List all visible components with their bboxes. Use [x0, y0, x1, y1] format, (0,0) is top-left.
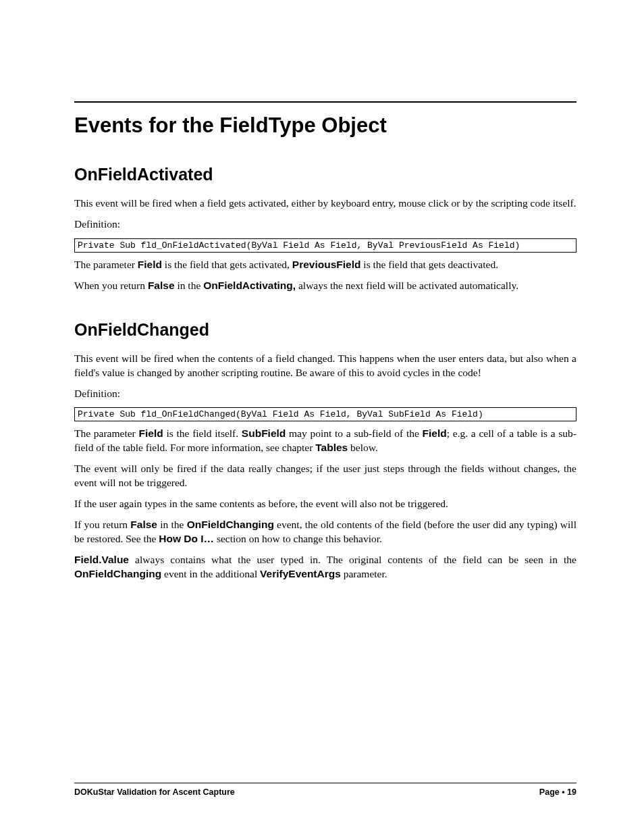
- footer-left: DOKuStar Validation for Ascent Capture: [74, 787, 235, 797]
- s2-paragraph-3: The event will only be fired if the data…: [74, 462, 576, 490]
- text: is the field that gets activated,: [162, 259, 292, 270]
- s1-definition-label: Definition:: [74, 217, 576, 232]
- text: always contains what the user typed in. …: [129, 554, 576, 565]
- text: section on how to change this behavior.: [214, 533, 382, 544]
- bold-false: False: [130, 519, 157, 530]
- page-content: Events for the FieldType Object OnFieldA…: [0, 0, 644, 834]
- bold-subfield: SubField: [242, 427, 286, 439]
- top-rule: [74, 101, 576, 103]
- s2-paragraph-2: The parameter Field is the field itself.…: [74, 427, 576, 455]
- s2-paragraph-5: If you return False in the OnFieldChangi…: [74, 518, 576, 546]
- bold-onfieldactivating: OnFieldActivating,: [203, 280, 296, 291]
- page-footer: DOKuStar Validation for Ascent Capture P…: [74, 783, 576, 797]
- bold-tables: Tables: [315, 442, 348, 453]
- text: event in the additional: [161, 568, 260, 579]
- text: always the next field will be activated …: [296, 280, 518, 291]
- text: in the: [157, 519, 187, 530]
- s2-code-definition: Private Sub fld_OnFieldChanged(ByVal Fie…: [74, 407, 576, 421]
- page-title: Events for the FieldType Object: [74, 113, 576, 138]
- text: may point to a sub-field of the: [286, 427, 422, 439]
- s2-paragraph-4: If the user again types in the same cont…: [74, 497, 576, 511]
- bold-false: False: [148, 280, 175, 291]
- s1-paragraph-2: The parameter Field is the field that ge…: [74, 258, 576, 272]
- bold-verifyeventargs: VerifyEventArgs: [260, 568, 341, 579]
- text: in the: [175, 280, 204, 291]
- text: The parameter: [74, 427, 139, 439]
- bold-onfieldchanging-2: OnFieldChanging: [74, 568, 161, 579]
- bold-fieldvalue: Field.Value: [74, 554, 129, 565]
- heading-onfieldactivated: OnFieldActivated: [74, 165, 576, 184]
- footer-page-number: 19: [567, 787, 576, 797]
- heading-onfieldchanged: OnFieldChanged: [74, 320, 576, 340]
- bold-previousfield: PreviousField: [292, 259, 361, 270]
- bold-howdoi: How Do I…: [159, 533, 214, 544]
- text: is the field that gets deactivated.: [360, 259, 498, 270]
- footer-page-label: Page: [539, 787, 560, 797]
- bold-onfieldchanging: OnFieldChanging: [187, 519, 274, 530]
- s2-definition-label: Definition:: [74, 387, 576, 401]
- bullet-icon: •: [562, 787, 567, 797]
- text: below.: [348, 442, 378, 453]
- bold-field: Field: [138, 259, 162, 270]
- text: The parameter: [74, 259, 138, 270]
- bold-field: Field: [139, 427, 163, 439]
- bold-field-2: Field: [423, 427, 447, 439]
- s1-paragraph-3: When you return False in the OnFieldActi…: [74, 279, 576, 293]
- footer-right: Page • 19: [539, 787, 576, 797]
- s1-code-definition: Private Sub fld_OnFieldActivated(ByVal F…: [74, 238, 576, 253]
- text: parameter.: [341, 568, 387, 579]
- text: is the field itself.: [163, 427, 242, 439]
- text: When you return: [74, 280, 148, 291]
- s2-paragraph-1: This event will be fired when the conten…: [74, 352, 576, 380]
- s1-paragraph-1: This event will be fired when a field ge…: [74, 197, 576, 211]
- s2-paragraph-6: Field.Value always contains what the use…: [74, 553, 576, 581]
- text: If you return: [74, 519, 130, 530]
